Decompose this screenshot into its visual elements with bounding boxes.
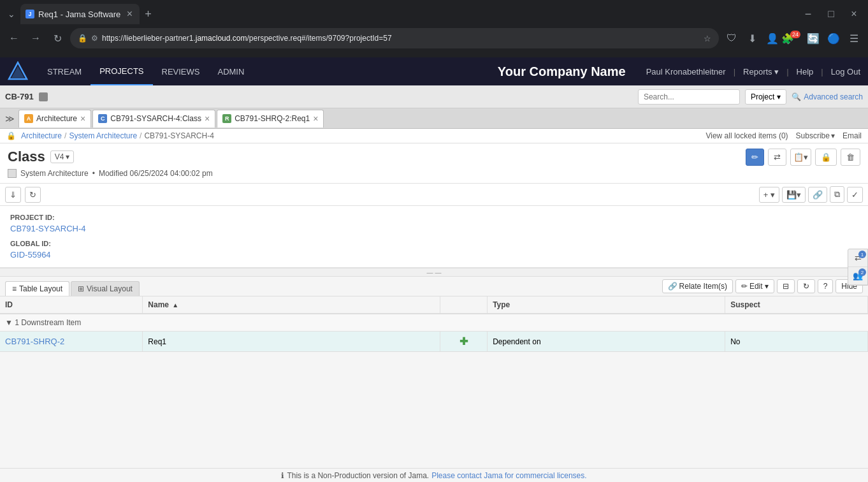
app-nav: STREAM PROJECTS REVIEWS ADMIN Your Compa… bbox=[0, 57, 868, 85]
link-btn[interactable]: 🔗 bbox=[808, 187, 827, 203]
window-close-btn[interactable]: × bbox=[845, 5, 863, 23]
active-browser-tab[interactable]: J Req1 - Jama Software × bbox=[20, 4, 140, 24]
new-tab-btn[interactable]: + bbox=[142, 5, 154, 24]
forward-btn[interactable]: → bbox=[27, 29, 45, 47]
tab-req1[interactable]: R CB791-SHRQ-2:Req1 × bbox=[217, 110, 324, 128]
project-id-value[interactable]: CB791-SYSARCH-4 bbox=[10, 224, 86, 233]
nav-reports-link[interactable]: Reports ▾ bbox=[743, 67, 779, 77]
version-badge[interactable]: V4 ▾ bbox=[50, 150, 75, 163]
group-row-cell: ▼ 1 Downstream Item bbox=[0, 314, 868, 332]
cb-icon-btn[interactable] bbox=[39, 92, 48, 101]
col-header-name[interactable]: Name ▲ bbox=[143, 296, 440, 314]
float-badge1: 1 bbox=[858, 251, 866, 258]
search-icon: 🔍 bbox=[792, 92, 801, 101]
item-actions: ✏ ⇄ 📋▾ 🔒 🗑 bbox=[746, 149, 860, 166]
window-minimize-btn[interactable]: − bbox=[799, 5, 817, 23]
save-dropdown-btn[interactable]: 💾▾ bbox=[782, 187, 806, 203]
float-users-btn[interactable]: 👥 2 bbox=[848, 267, 867, 285]
cb-id-label: CB-791 bbox=[5, 92, 34, 101]
item-title: Class V4 ▾ bbox=[8, 149, 213, 165]
tab-collapse-btn[interactable]: ⌄ bbox=[5, 8, 18, 20]
nav-sep2: | bbox=[786, 67, 788, 77]
download-icon[interactable]: ⬇ bbox=[743, 29, 761, 47]
tab-visual-layout[interactable]: ⊞ Visual Layout bbox=[71, 281, 140, 296]
extensions-icon[interactable]: 🧩24 bbox=[784, 29, 802, 47]
address-bar[interactable]: 🔒 ⚙ https://lieberlieber-partner1.jamacl… bbox=[70, 28, 719, 48]
reload-btn[interactable]: ↻ bbox=[48, 29, 66, 47]
menu-icon[interactable]: ☰ bbox=[845, 29, 863, 47]
view-locked-btn[interactable]: View all locked items (0) bbox=[705, 131, 788, 140]
global-id-group: GLOBAL ID: GID-55964 bbox=[10, 240, 858, 259]
move-btn[interactable]: ⇄ bbox=[768, 149, 786, 166]
table-row[interactable]: CB791-SHRQ-2 Req1 ✚ Dependent on No bbox=[0, 332, 868, 352]
tab-req1-close[interactable]: × bbox=[313, 114, 318, 123]
tab-table-layout[interactable]: ≡ Table Layout bbox=[5, 281, 69, 296]
table-scroll[interactable]: ID Name ▲ Type Suspect bbox=[0, 296, 868, 468]
status-link[interactable]: Please contact Jama for commercial licen… bbox=[431, 471, 586, 480]
email-btn[interactable]: Email bbox=[843, 131, 862, 140]
table-toolbar: 🔗 Relate Item(s) ✏ Edit ▾ ⊟ ↻ ? Hide bbox=[662, 279, 863, 296]
nav-admin[interactable]: ADMIN bbox=[208, 57, 253, 85]
project-filter-btn[interactable]: Project ▾ bbox=[745, 89, 786, 105]
check-btn[interactable]: ✓ bbox=[847, 187, 863, 203]
nav-projects[interactable]: PROJECTS bbox=[90, 57, 152, 85]
bookmark-icon[interactable]: ☆ bbox=[704, 34, 711, 43]
global-id-label: GLOBAL ID: bbox=[10, 240, 858, 247]
col-header-type: Type bbox=[488, 296, 725, 314]
copy-btn[interactable]: ⧉ bbox=[830, 186, 844, 203]
global-id-value[interactable]: GID-55964 bbox=[10, 250, 51, 259]
profile-icon[interactable]: 👤 bbox=[763, 29, 781, 47]
table-help-btn[interactable]: ? bbox=[818, 279, 834, 293]
divider-handle[interactable]: — — bbox=[0, 268, 868, 277]
tab-architecture-icon: A bbox=[24, 114, 33, 123]
tab-expand-btn[interactable]: ≫ bbox=[3, 111, 17, 126]
relate-items-btn[interactable]: 🔗 Relate Item(s) bbox=[662, 279, 733, 293]
lock-btn[interactable]: 🔒 bbox=[815, 149, 837, 166]
tab-architecture-close[interactable]: × bbox=[80, 114, 85, 123]
tab-close-btn[interactable]: × bbox=[124, 9, 134, 19]
component-icon bbox=[8, 169, 17, 178]
float-arrows-btn[interactable]: ⇄ 1 bbox=[848, 249, 867, 267]
item-meta: System Architecture • Modified 06/25/202… bbox=[8, 169, 213, 178]
breadcrumb-architecture[interactable]: Architecture bbox=[21, 131, 62, 140]
nav-user-link[interactable]: Paul Kronabethleitner bbox=[646, 67, 726, 77]
advanced-search-btn[interactable]: 🔍 Advanced search bbox=[792, 92, 863, 101]
group-expand-icon[interactable]: ▼ bbox=[5, 318, 13, 327]
ext2-icon[interactable]: 🔵 bbox=[825, 29, 843, 47]
tab-class[interactable]: C CB791-SYSARCH-4:Class × bbox=[92, 110, 215, 128]
sync-icon[interactable]: 🔄 bbox=[804, 29, 822, 47]
col-header-icon bbox=[440, 296, 488, 314]
nav-help-link[interactable]: Help bbox=[797, 67, 814, 77]
nav-logout-link[interactable]: Log Out bbox=[831, 67, 860, 77]
nav-sep1: | bbox=[734, 67, 735, 77]
back-btn[interactable]: ← bbox=[5, 29, 23, 47]
collapse-btn[interactable]: ⇓ bbox=[5, 187, 21, 203]
add-dropdown-btn[interactable]: + ▾ bbox=[759, 187, 779, 203]
search-input[interactable] bbox=[638, 89, 740, 105]
add-relationship-icon: ✚ bbox=[459, 336, 468, 347]
delete-btn[interactable]: 🗑 bbox=[841, 149, 860, 166]
breadcrumb-current: CB791-SYSARCH-4 bbox=[144, 131, 213, 140]
filter-btn[interactable]: ⊟ bbox=[777, 279, 795, 293]
nav-stream[interactable]: STREAM bbox=[38, 57, 90, 85]
nav-reviews[interactable]: REVIEWS bbox=[153, 57, 209, 85]
copy-split-btn[interactable]: 📋▾ bbox=[790, 149, 811, 166]
relationships-table: ID Name ▲ Type Suspect bbox=[0, 296, 868, 352]
row-suspect-cell: No bbox=[725, 332, 868, 352]
cb-bar: CB-791 Project ▾ 🔍 Advanced search bbox=[0, 85, 868, 108]
breadcrumb-system-arch[interactable]: System Architecture bbox=[69, 131, 137, 140]
edit-split-btn[interactable]: ✏ Edit ▾ bbox=[735, 279, 774, 293]
tab-favicon: J bbox=[25, 10, 34, 18]
subscribe-btn[interactable]: Subscribe▾ bbox=[796, 131, 835, 140]
window-maximize-btn[interactable]: □ bbox=[822, 5, 840, 23]
tab-architecture[interactable]: A Architecture × bbox=[18, 110, 91, 128]
refresh-btn[interactable]: ↻ bbox=[25, 187, 41, 203]
item-header: Class V4 ▾ System Architecture • Modifie… bbox=[0, 143, 868, 184]
row-id-link[interactable]: CB791-SHRQ-2 bbox=[5, 337, 64, 346]
project-id-label: PROJECT ID: bbox=[10, 214, 858, 221]
tab-title: Req1 - Jama Software bbox=[38, 10, 120, 19]
nav-sep3: | bbox=[821, 67, 823, 77]
table-refresh-btn[interactable]: ↻ bbox=[797, 279, 815, 293]
edit-btn[interactable]: ✏ bbox=[746, 149, 764, 166]
tab-class-close[interactable]: × bbox=[205, 114, 210, 123]
